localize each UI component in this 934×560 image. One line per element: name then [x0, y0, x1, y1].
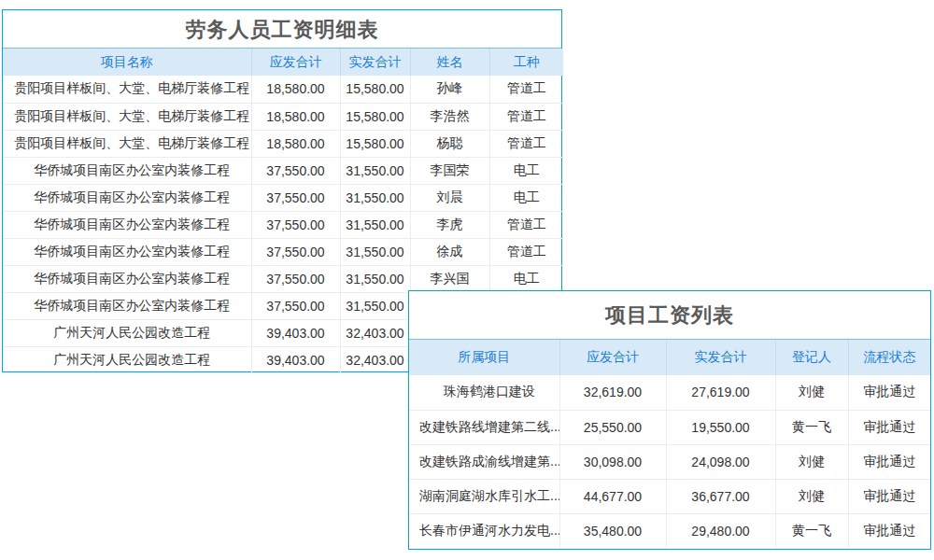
col-header-project-name: 项目名称	[3, 49, 251, 76]
project-wage-list-table: 所属项目 应发合计 实发合计 登记人 流程状态 珠海鹤港口建设 32,619.0…	[409, 340, 930, 548]
table-row: 贵阳项目样板间、大堂、电梯厅装修工程 18,580.00 15,580.00 孙…	[3, 76, 563, 103]
registrant-link[interactable]: 黄一飞	[775, 513, 848, 548]
project-name-link[interactable]: 广州天河人民公园改造工程	[3, 319, 251, 346]
actual-total-cell: 31,550.00	[340, 292, 410, 319]
person-name-cell: 李浩然	[410, 103, 489, 130]
person-name-cell: 孙峰	[410, 76, 489, 103]
table-row: 华侨城项目南区办公室内装修工程 37,550.00 31,550.00 李虎 管…	[3, 211, 563, 238]
actual-total-cell: 32,403.00	[340, 346, 410, 373]
table-row: 长春市伊通河水力发电... 35,480.00 29,480.00 黄一飞 审批…	[409, 513, 930, 548]
registrant-link[interactable]: 黄一飞	[775, 410, 848, 444]
actual-total-cell: 32,403.00	[340, 319, 410, 346]
payable-total-cell: 18,580.00	[251, 76, 340, 103]
col-header-payable-total: 应发合计	[251, 49, 340, 76]
actual-total-cell: 15,580.00	[340, 130, 410, 157]
project-name-link[interactable]: 贵阳项目样板间、大堂、电梯厅装修工程	[3, 103, 251, 130]
project-name-link[interactable]: 广州天河人民公园改造工程	[3, 346, 251, 373]
payable-total-cell: 37,550.00	[251, 184, 340, 211]
table-row: 改建铁路线增建第二线... 25,550.00 19,550.00 黄一飞 审批…	[409, 410, 930, 444]
actual-total-cell: 31,550.00	[340, 238, 410, 265]
col-header-registrant: 登记人	[775, 340, 848, 375]
person-name-cell: 刘晨	[410, 184, 489, 211]
worktype-cell: 电工	[489, 157, 563, 184]
owning-project-link[interactable]: 湖南洞庭湖水库引水工...	[409, 479, 559, 513]
flow-status-link[interactable]: 审批通过	[848, 444, 930, 479]
person-name-cell: 杨聪	[410, 130, 489, 157]
owning-project-link[interactable]: 珠海鹤港口建设	[409, 375, 559, 410]
table-row: 改建铁路成渝线增建第... 30,098.00 24,098.00 刘健 审批通…	[409, 444, 930, 479]
project-name-link[interactable]: 贵阳项目样板间、大堂、电梯厅装修工程	[3, 76, 251, 103]
project-wage-list-title: 项目工资列表	[409, 291, 930, 340]
worktype-cell: 管道工	[489, 103, 563, 130]
table-row: 华侨城项目南区办公室内装修工程 37,550.00 31,550.00 李国荣 …	[3, 157, 563, 184]
worktype-cell: 管道工	[489, 211, 563, 238]
actual-total-cell: 15,580.00	[340, 103, 410, 130]
project-name-link[interactable]: 华侨城项目南区办公室内装修工程	[3, 157, 251, 184]
registrant-link[interactable]: 刘健	[775, 444, 848, 479]
col-header-owning-project: 所属项目	[409, 340, 559, 375]
table-row: 贵阳项目样板间、大堂、电梯厅装修工程 18,580.00 15,580.00 杨…	[3, 130, 563, 157]
actual-total-cell: 31,550.00	[340, 184, 410, 211]
actual-total-cell: 15,580.00	[340, 76, 410, 103]
worktype-cell: 管道工	[489, 238, 563, 265]
flow-status-link[interactable]: 审批通过	[848, 375, 930, 410]
registrant-link[interactable]: 刘健	[775, 375, 848, 410]
payable-total-cell: 25,550.00	[559, 410, 666, 444]
project-name-link[interactable]: 华侨城项目南区办公室内装修工程	[3, 211, 251, 238]
table-row: 珠海鹤港口建设 32,619.00 27,619.00 刘健 审批通过	[409, 375, 930, 410]
payable-total-cell: 32,619.00	[559, 375, 666, 410]
header-row: 项目名称 应发合计 实发合计 姓名 工种	[3, 49, 563, 76]
col-header-actual-total: 实发合计	[340, 49, 410, 76]
col-header-actual-total: 实发合计	[666, 340, 775, 375]
table-row: 湖南洞庭湖水库引水工... 44,677.00 36,677.00 刘健 审批通…	[409, 479, 930, 513]
person-name-cell: 徐成	[410, 238, 489, 265]
col-header-worktype: 工种	[489, 49, 563, 76]
actual-total-cell: 31,550.00	[340, 157, 410, 184]
payable-total-cell: 37,550.00	[251, 211, 340, 238]
person-name-cell: 李国荣	[410, 157, 489, 184]
labor-wage-detail-title: 劳务人员工资明细表	[3, 10, 561, 49]
owning-project-link[interactable]: 长春市伊通河水力发电...	[409, 513, 559, 548]
table-row: 华侨城项目南区办公室内装修工程 37,550.00 31,550.00 刘晨 电…	[3, 184, 563, 211]
table-row: 华侨城项目南区办公室内装修工程 37,550.00 31,550.00 李兴国 …	[3, 265, 563, 292]
page: 劳务人员工资明细表 项目名称 应发合计 实发合计 姓名 工种 贵阳项目样板间、大…	[0, 0, 934, 560]
worktype-cell: 管道工	[489, 76, 563, 103]
payable-total-cell: 44,677.00	[559, 479, 666, 513]
header-row: 所属项目 应发合计 实发合计 登记人 流程状态	[409, 340, 930, 375]
payable-total-cell: 37,550.00	[251, 238, 340, 265]
payable-total-cell: 18,580.00	[251, 130, 340, 157]
owning-project-link[interactable]: 改建铁路线增建第二线...	[409, 410, 559, 444]
flow-status-link[interactable]: 审批通过	[848, 410, 930, 444]
person-name-cell: 李虎	[410, 211, 489, 238]
project-name-link[interactable]: 华侨城项目南区办公室内装修工程	[3, 292, 251, 319]
actual-total-cell: 36,677.00	[666, 479, 775, 513]
payable-total-cell: 30,098.00	[559, 444, 666, 479]
actual-total-cell: 19,550.00	[666, 410, 775, 444]
flow-status-link[interactable]: 审批通过	[848, 513, 930, 548]
col-header-person-name: 姓名	[410, 49, 489, 76]
project-name-link[interactable]: 华侨城项目南区办公室内装修工程	[3, 265, 251, 292]
actual-total-cell: 31,550.00	[340, 211, 410, 238]
payable-total-cell: 37,550.00	[251, 265, 340, 292]
col-header-payable-total: 应发合计	[559, 340, 666, 375]
payable-total-cell: 37,550.00	[251, 292, 340, 319]
table-row: 华侨城项目南区办公室内装修工程 37,550.00 31,550.00 徐成 管…	[3, 238, 563, 265]
project-name-link[interactable]: 华侨城项目南区办公室内装修工程	[3, 238, 251, 265]
registrant-link[interactable]: 刘健	[775, 479, 848, 513]
payable-total-cell: 39,403.00	[251, 346, 340, 373]
actual-total-cell: 31,550.00	[340, 265, 410, 292]
payable-total-cell: 37,550.00	[251, 157, 340, 184]
actual-total-cell: 29,480.00	[666, 513, 775, 548]
worktype-cell: 电工	[489, 184, 563, 211]
flow-status-link[interactable]: 审批通过	[848, 479, 930, 513]
col-header-flow-status: 流程状态	[848, 340, 930, 375]
payable-total-cell: 39,403.00	[251, 319, 340, 346]
person-name-cell: 李兴国	[410, 265, 489, 292]
table-row: 贵阳项目样板间、大堂、电梯厅装修工程 18,580.00 15,580.00 李…	[3, 103, 563, 130]
project-name-link[interactable]: 贵阳项目样板间、大堂、电梯厅装修工程	[3, 130, 251, 157]
owning-project-link[interactable]: 改建铁路成渝线增建第...	[409, 444, 559, 479]
worktype-cell: 管道工	[489, 130, 563, 157]
worktype-cell: 电工	[489, 265, 563, 292]
actual-total-cell: 27,619.00	[666, 375, 775, 410]
project-name-link[interactable]: 华侨城项目南区办公室内装修工程	[3, 184, 251, 211]
